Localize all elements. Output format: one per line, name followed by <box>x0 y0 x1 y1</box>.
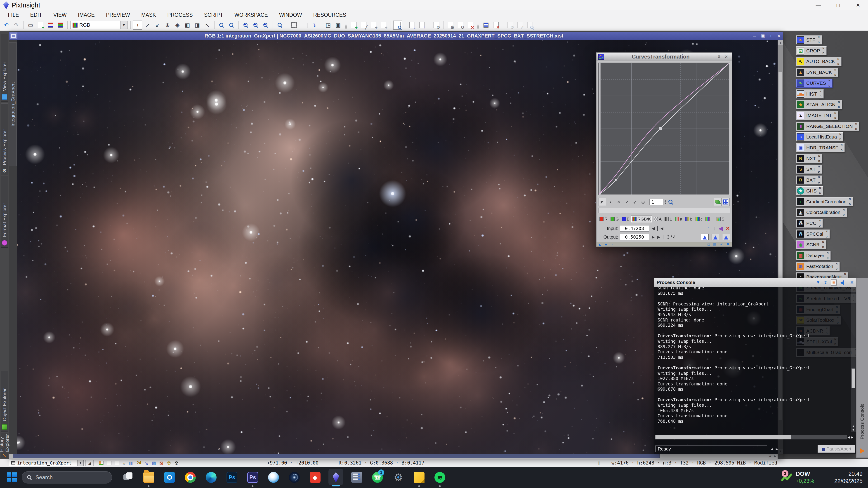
curve-akima-icon[interactable]: ◣ <box>599 242 601 246</box>
scroll-right-icon[interactable]: ▶ <box>773 454 778 459</box>
image-window-corner-icon[interactable] <box>10 33 18 39</box>
maximize-view-icon[interactable]: ◳ <box>324 21 333 30</box>
process-debayer[interactable]: ▦DebayerND <box>796 251 831 260</box>
history-search-icon[interactable] <box>526 21 535 30</box>
prev-point-button[interactable]: ◀ <box>652 226 655 231</box>
taskbar-task-view[interactable] <box>118 467 138 488</box>
menu-process[interactable]: PROCESS <box>162 12 198 18</box>
histogram-highlights-icon[interactable] <box>722 234 730 240</box>
curves-transformation-dialog[interactable]: CurvesTransformation ⊼ ✕ ◩▪✕↗↙⊕1▲▼ RGBRG… <box>596 53 732 247</box>
delete-point-icon[interactable]: ✕ <box>615 198 622 206</box>
clone-preview-icon[interactable] <box>300 21 309 30</box>
contract-mode-icon[interactable]: ↙ <box>153 21 162 30</box>
mask-select-icon[interactable]: ◨ <box>193 21 202 30</box>
zoom-out-icon[interactable]: − <box>227 21 236 30</box>
curve-linear-icon[interactable]: ■ <box>605 242 607 246</box>
channel-c[interactable]: c <box>694 216 704 223</box>
screen-disable-icon[interactable]: ⊠ <box>152 461 156 465</box>
horizontal-scroll-thumb[interactable] <box>13 454 659 458</box>
histogram-shadows-icon[interactable] <box>701 234 709 240</box>
new-preview-icon[interactable] <box>289 21 299 30</box>
menu-file[interactable]: FILE <box>2 12 25 18</box>
stocks-widget[interactable]: 3 DOW +0,23% <box>781 467 814 488</box>
taskbar-panel-app[interactable] <box>346 467 367 488</box>
scroll-up-icon[interactable]: ▲ <box>778 40 783 45</box>
curves-dialog-titlebar[interactable]: CurvesTransformation ⊼ ✕ <box>596 53 732 61</box>
taskbar-clock[interactable]: 20:49 22/09/2025 <box>834 467 863 488</box>
taskbar-photoshop-alt[interactable]: Ps <box>242 467 263 488</box>
undo-process-icon[interactable]: ↺ <box>432 21 441 30</box>
channel-r[interactable]: R <box>598 216 609 223</box>
snap-icon[interactable]: ↓ <box>713 225 716 232</box>
select-point-icon[interactable]: ▪ <box>607 198 614 206</box>
search-box[interactable]: Search <box>22 471 112 484</box>
dropdown-arrow-icon[interactable]: ▼ <box>120 21 127 29</box>
channel-b[interactable]: b <box>684 216 694 223</box>
channel-b[interactable]: B <box>621 216 631 223</box>
process-ghs[interactable]: ★GHSND <box>796 186 823 195</box>
taskbar-galaxy-app[interactable] <box>284 467 305 488</box>
process-curves[interactable]: ∿CURVESND <box>796 78 833 88</box>
image-selector-tab[interactable]: integration_GraXpert <box>9 42 17 166</box>
taskbar-whatsapp[interactable]: ☏1 <box>367 467 388 488</box>
new-process-icon[interactable]: + <box>349 21 358 30</box>
doc-disable-icon[interactable]: ⊠ <box>159 461 163 465</box>
menu-edit[interactable]: EDIT <box>25 12 48 18</box>
channel-s[interactable]: S <box>715 216 725 223</box>
taskbar-file-explorer[interactable] <box>138 467 159 488</box>
channel-h[interactable]: H <box>704 216 715 223</box>
taskbar-astro-blue-app[interactable] <box>263 467 284 488</box>
process-console-titlebar[interactable]: Process Console ▼⇕■◀▏✕ <box>654 278 856 287</box>
close-dialog-icon[interactable]: ✕ <box>723 54 730 59</box>
process-hdr_transf[interactable]: ▣HDR_TRANSFND <box>796 143 845 152</box>
close-workspace-icon[interactable]: ✕ <box>491 21 500 30</box>
pan-curve-icon[interactable]: ⊕ <box>639 198 647 206</box>
process-explorer-icon[interactable] <box>393 21 402 30</box>
taskbar-outlook[interactable]: O <box>159 467 180 488</box>
console-hscroll-arrows[interactable]: ◀▶ <box>847 435 854 439</box>
menu-view[interactable]: VIEW <box>48 12 72 18</box>
next-point-button[interactable]: ▶ <box>652 235 655 239</box>
image-window-titlebar[interactable]: RGB 1:1 integration_GraXpert | NCC7000_A… <box>9 32 783 40</box>
goto-preview-icon[interactable]: ↴ <box>309 21 318 30</box>
zoom-in-icon[interactable]: + <box>217 21 226 30</box>
zoom-window-button[interactable]: + <box>767 33 775 39</box>
history-check-icon[interactable]: ✓ <box>516 21 525 30</box>
dock-tab-process-explorer[interactable]: Process Explorer⚙ <box>1 103 8 175</box>
process-image_int[interactable]: ΣIMAGE_INTND <box>796 111 838 120</box>
process-bxt[interactable]: BBXTND <box>796 175 822 185</box>
spin-arrows-icon[interactable]: ▲▼ <box>664 199 666 204</box>
show-grid-icon[interactable] <box>722 198 730 206</box>
maximize-button[interactable]: □ <box>828 0 848 10</box>
load-process-icon[interactable]: ↓ <box>408 21 416 30</box>
apply-icon[interactable]: ✓ <box>720 242 723 246</box>
console-scroll-arrows[interactable]: ▲▼ <box>851 424 856 432</box>
pause-abort-button[interactable]: ▮▮ Pause/Abort <box>817 445 855 453</box>
console-nav-arrows[interactable]: ◀ ▶ <box>771 447 779 451</box>
process-gradientcorrection[interactable]: ↑GradientCorrectionND <box>796 197 853 206</box>
save-process-icon[interactable]: ↑ <box>417 21 427 30</box>
menu-preview[interactable]: PREVIEW <box>100 12 135 18</box>
close-button[interactable]: ✕ <box>848 0 868 10</box>
process-fastrotation[interactable]: ◍FastRotationND <box>796 262 840 271</box>
process-sxt[interactable]: SSXTND <box>796 165 822 174</box>
delete-process-icon[interactable]: ✕ <box>466 21 475 30</box>
process-pcc[interactable]: ⁂PCCND <box>796 219 823 228</box>
mask-view-icon[interactable]: ◧ <box>183 21 192 30</box>
store-curve-icon[interactable]: ◀ <box>719 225 723 232</box>
selection-indicator-chip[interactable] <box>115 461 119 465</box>
process-console-log[interactable]: SCNR routine: done683.675 ms SCNR: Proce… <box>654 287 856 454</box>
process-crop[interactable]: ◱CROPND <box>796 46 827 55</box>
console-vertical-scrollbar[interactable] <box>851 287 856 432</box>
shade-dialog-icon[interactable]: ⊼ <box>715 54 723 59</box>
expand-range-icon[interactable]: ↗ <box>623 198 631 206</box>
taskbar-chrome[interactable] <box>180 467 201 488</box>
menu-resources[interactable]: RESOURCES <box>308 12 352 18</box>
process-nxt[interactable]: NNXTND <box>796 154 822 163</box>
taskbar-settings-app[interactable]: ⚙ <box>388 467 409 488</box>
fit-window-icon[interactable]: ▣ <box>334 21 343 30</box>
scroll-left-icon[interactable]: ◀ <box>768 454 773 459</box>
scroll-to-bottom-icon[interactable]: ▼ <box>816 280 820 285</box>
menu-window[interactable]: WINDOW <box>274 12 308 18</box>
find-image-icon[interactable] <box>275 21 284 30</box>
